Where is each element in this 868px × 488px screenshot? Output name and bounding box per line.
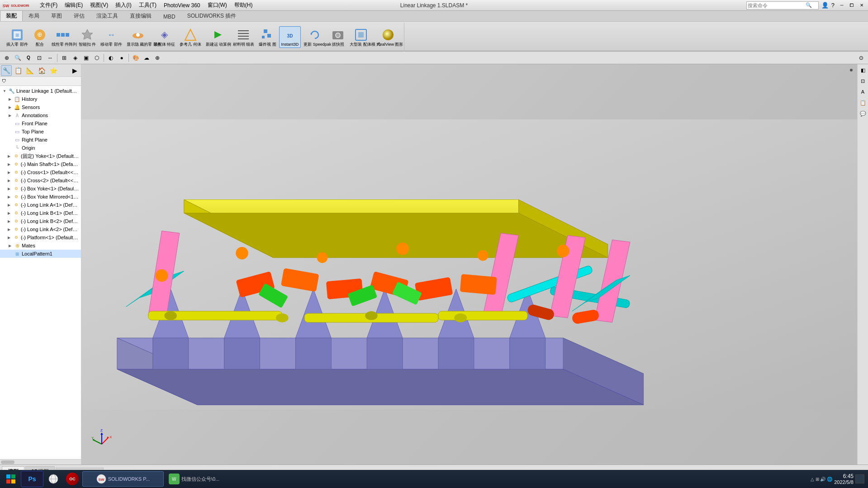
vp-btn-zoom-to-fit[interactable]: ⊕ [2, 53, 12, 63]
tree-item-mates[interactable]: ▶ ⊕ Mates [0, 242, 81, 250]
expander-boxyokemirror1[interactable]: ▶ [6, 194, 12, 199]
tab-sketch[interactable]: 草图 [45, 10, 68, 21]
tree-item-origin[interactable]: └ Origin [0, 144, 81, 152]
tab-solidworks-addins[interactable]: SOLIDWORKS 插件 [181, 10, 242, 21]
tree-item-boxyoke1[interactable]: ▶ ⚙ (-) Box Yoke<1> (Default<<De... [0, 185, 81, 193]
menu-insert[interactable]: 插入(I) [112, 0, 135, 10]
tree-item-longlinkb1[interactable]: ▶ ⚙ (-) Long Link B<1> (Default<<... [0, 209, 81, 217]
expander-longlinkb1[interactable]: ▶ [6, 210, 12, 216]
expander-longlinkb2[interactable]: ▶ [6, 218, 12, 224]
expander-mates[interactable]: ▶ [7, 243, 13, 248]
sidebar-icon-annotation[interactable]: A [858, 87, 868, 97]
tab-render-tools[interactable]: 渲染工具 [90, 10, 124, 21]
horizontal-scrollbar[interactable] [0, 459, 81, 464]
expander-longlinka2[interactable]: ▶ [6, 227, 12, 232]
expander-history[interactable]: ▶ [7, 96, 13, 102]
tab-direct-edit[interactable]: 直接编辑 [124, 10, 157, 21]
btn-move-component[interactable]: ↔ 移动零 部件 [99, 27, 124, 48]
tree-item-longlinka2[interactable]: ▶ ⚙ (-) Long Link A<2> (Default<<... [0, 225, 81, 233]
expander-platform1[interactable]: ▶ [6, 235, 12, 240]
tree-item-annotations[interactable]: ▶ A Annotations [0, 111, 81, 119]
panel-tab-feature-tree[interactable]: 🔧 [1, 65, 12, 76]
tree-item-platform1[interactable]: ▶ ⚙ (-) Platform<1> (Default<<Def... [0, 233, 81, 242]
tree-item-root[interactable]: ▼ 🔧 Linear Linkage 1 (Default<直观显示... [0, 87, 81, 95]
panel-expand[interactable]: ▶ [69, 65, 80, 76]
vp-btn-rotate[interactable]: ↔ [45, 53, 55, 63]
menu-help[interactable]: 帮助(H) [231, 0, 256, 10]
btn-smart-fasteners[interactable]: 智能扣 件 [77, 27, 98, 48]
expander-boxyoke1[interactable]: ▶ [6, 186, 12, 191]
start-button[interactable] [2, 471, 20, 487]
btn-update-speedpak[interactable]: 更新 Speedpak [302, 27, 328, 48]
taskbar-wechat[interactable]: W 找微信公众号\0... [165, 471, 223, 487]
vp-btn-appearance[interactable]: 🎨 [131, 53, 141, 63]
tree-item-history[interactable]: ▶ 📋 History [0, 95, 81, 103]
user-icon[interactable]: 👤 [821, 2, 829, 9]
menu-file[interactable]: 文件(F) [36, 0, 61, 10]
sidebar-icon-properties[interactable]: 📋 [858, 98, 868, 108]
btn-exploded-view[interactable]: 爆炸视 图 [257, 27, 278, 48]
scroll-thumb[interactable] [1, 460, 14, 464]
menu-photoview[interactable]: PhotoView 360 [160, 1, 204, 9]
help-icon[interactable]: ? [831, 2, 835, 9]
taskbar-oc[interactable]: OC [63, 471, 81, 487]
panel-tab-custom[interactable]: ⭐ [48, 65, 59, 76]
btn-realview[interactable]: RealView 图形 [375, 27, 401, 48]
expander-longlinka1[interactable]: ▶ [6, 202, 12, 208]
menu-tools[interactable]: 工具(T) [135, 0, 160, 10]
tree-item-sensors[interactable]: ▶ 🔔 Sensors [0, 103, 81, 111]
vp-btn-standard-views[interactable]: ⊞ [59, 53, 69, 63]
vp-btn-hide-show[interactable]: ● [117, 53, 127, 63]
close-button[interactable]: ✕ [857, 2, 866, 9]
btn-mate[interactable]: ⊕ 配合 [31, 27, 49, 48]
tab-layout[interactable]: 布局 [23, 10, 45, 21]
btn-linear-pattern[interactable]: 线性零 件阵列 [50, 27, 76, 48]
tree-item-yoke1[interactable]: ▶ ⚙ (固定) Yoke<1> (Default<<Def... [0, 152, 81, 160]
btn-insert-part[interactable]: ⊞ 插入零 部件 [5, 27, 30, 48]
vp-btn-view-orient[interactable]: ⬡ [92, 53, 102, 63]
panel-tab-property[interactable]: 📋 [13, 65, 24, 76]
vp-btn-3d-drawing[interactable]: ◈ [70, 53, 80, 63]
vp-btn-pan[interactable]: ⊡ [34, 53, 44, 63]
tree-item-top-plane[interactable]: ▭ Top Plane [0, 128, 81, 136]
vp-btn-scene[interactable]: ☁ [142, 53, 152, 63]
panel-tab-appearance[interactable]: 🏠 [36, 65, 47, 76]
expander-annotations[interactable]: ▶ [7, 113, 13, 118]
show-desktop[interactable] [855, 474, 864, 483]
tree-item-mainshaft1[interactable]: ▶ ⚙ (-) Main Shaft<1> (Default<<D... [0, 160, 81, 168]
sidebar-icon-comments[interactable]: 💬 [858, 109, 868, 118]
btn-show-hide[interactable]: 显示隐 藏的零 部件 [125, 27, 151, 48]
btn-instant3d[interactable]: 3D Instant3D [279, 26, 301, 48]
restore-button[interactable]: ⧠ [847, 2, 856, 9]
sidebar-icon-layers[interactable]: ◧ [858, 65, 868, 75]
btn-new-motion-study[interactable]: 新建运 动算例 [204, 27, 230, 48]
taskbar-photoshop[interactable]: Ps [21, 471, 43, 487]
btn-assembly-feature[interactable]: ◈ 装配体 特征 [152, 27, 177, 48]
menu-window[interactable]: 窗口(W) [204, 0, 231, 10]
tab-assembly[interactable]: 装配 [0, 10, 23, 21]
tree-item-cross2[interactable]: ▶ ⚙ (-) Cross<2> (Default<<Defau... [0, 176, 81, 185]
tab-mbd[interactable]: MBD [157, 12, 181, 21]
viewport[interactable]: X Y Z [81, 64, 857, 464]
tree-item-front-plane[interactable]: ▭ Front Plane [0, 119, 81, 128]
btn-bom[interactable]: 材料明 细表 [231, 27, 256, 48]
command-search[interactable]: 🔍 [746, 1, 819, 9]
vp-btn-section-view[interactable]: ▣ [81, 53, 91, 63]
tree-item-localpattern1[interactable]: ⊞ LocalPattern1 [0, 250, 81, 258]
minimize-button[interactable]: ─ [837, 2, 846, 9]
expander-root[interactable]: ▼ [2, 88, 7, 94]
menu-edit[interactable]: 编辑(E) [61, 0, 86, 10]
sidebar-icon-display[interactable]: ⊡ [858, 76, 868, 86]
taskbar-browser[interactable] [44, 471, 62, 487]
tree-item-boxyokemirror1[interactable]: ▶ ⚙ (-) Box Yoke Mirrored<1> (De... [0, 193, 81, 201]
tree-item-right-plane[interactable]: ▭ Right Plane [0, 136, 81, 144]
taskbar-solidworks[interactable]: SW SOLIDWORKS P... [82, 471, 164, 487]
vp-btn-zoom[interactable]: 🔍 [13, 53, 23, 63]
tree-item-longlinka1[interactable]: ▶ ⚙ (-) Long Link A<1> (Default<<... [0, 201, 81, 209]
btn-large-assembly[interactable]: 大型装 配体模 式 [348, 27, 374, 48]
expander-cross2[interactable]: ▶ [6, 178, 12, 183]
tree-item-cross1[interactable]: ▶ ⚙ (-) Cross<1> (Default<<Defau... [0, 168, 81, 176]
expander-sensors[interactable]: ▶ [7, 104, 13, 110]
search-input[interactable] [747, 3, 806, 8]
menu-view[interactable]: 视图(V) [86, 0, 112, 10]
